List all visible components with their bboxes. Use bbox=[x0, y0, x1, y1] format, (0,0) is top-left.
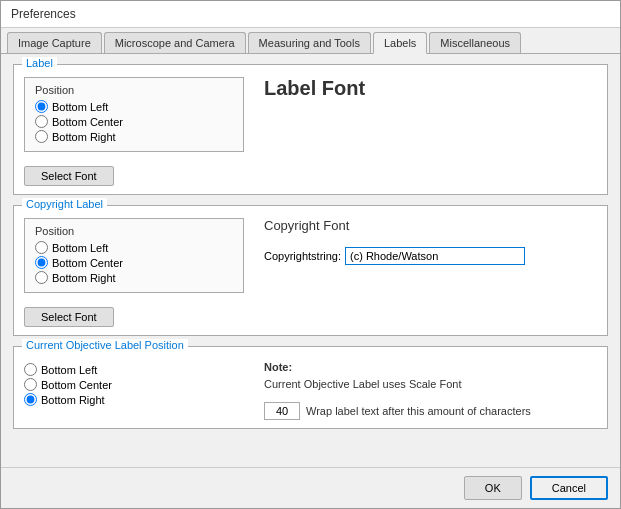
copyright-section: Copyright Label Position Bottom Left bbox=[13, 205, 608, 336]
objective-pos-bottom-center[interactable]: Bottom Center bbox=[24, 378, 244, 391]
tab-bar: Image Capture Microscope and Camera Meas… bbox=[1, 28, 620, 54]
title-bar: Preferences bbox=[1, 1, 620, 28]
objective-pos-bottom-left[interactable]: Bottom Left bbox=[24, 363, 244, 376]
copyright-string-input[interactable] bbox=[345, 247, 525, 265]
ok-button[interactable]: OK bbox=[464, 476, 522, 500]
copyright-string-label: Copyrightstring: bbox=[264, 250, 341, 262]
copyright-section-title: Copyright Label bbox=[22, 198, 107, 210]
window-title: Preferences bbox=[11, 7, 76, 21]
copyright-select-font-button[interactable]: Select Font bbox=[24, 307, 114, 327]
label-pos-bottom-right[interactable]: Bottom Right bbox=[35, 130, 233, 143]
tab-image-capture[interactable]: Image Capture bbox=[7, 32, 102, 53]
copyright-positions: Bottom Left Bottom Center Bottom Right bbox=[35, 241, 233, 284]
label-select-font-button[interactable]: Select Font bbox=[24, 166, 114, 186]
objective-section-title: Current Objective Label Position bbox=[22, 339, 188, 351]
footer: OK Cancel bbox=[1, 467, 620, 508]
tab-microscope[interactable]: Microscope and Camera bbox=[104, 32, 246, 53]
copyright-font-display: Copyright Font bbox=[264, 218, 349, 233]
copyright-pos-bottom-center[interactable]: Bottom Center bbox=[35, 256, 233, 269]
wrap-input[interactable] bbox=[264, 402, 300, 420]
copyright-right: Copyright Font Copyrightstring: bbox=[244, 218, 597, 265]
objective-positions: Bottom Left Bottom Center Bottom Right bbox=[24, 363, 244, 406]
label-positions: Bottom Left Bottom Center Bottom Right bbox=[35, 100, 233, 143]
copyright-left: Position Bottom Left Bottom Center bbox=[24, 218, 244, 327]
objective-left: Bottom Left Bottom Center Bottom Right bbox=[24, 359, 244, 420]
label-position-title: Position bbox=[35, 84, 233, 96]
label-pos-bottom-left[interactable]: Bottom Left bbox=[35, 100, 233, 113]
copyright-position-title: Position bbox=[35, 225, 233, 237]
label-section: Label Position Bottom Left Bottom Cen bbox=[13, 64, 608, 195]
label-right: Label Font bbox=[244, 77, 597, 108]
note-label: Note: bbox=[264, 361, 292, 373]
objective-section: Current Objective Label Position Bottom … bbox=[13, 346, 608, 429]
wrap-row: Wrap label text after this amount of cha… bbox=[264, 402, 597, 420]
cancel-button[interactable]: Cancel bbox=[530, 476, 608, 500]
objective-right: Note: Current Objective Label uses Scale… bbox=[244, 359, 597, 420]
label-position-group: Position Bottom Left Bottom Center bbox=[24, 77, 244, 152]
copyright-position-group: Position Bottom Left Bottom Center bbox=[24, 218, 244, 293]
tab-miscellaneous[interactable]: Miscellaneous bbox=[429, 32, 521, 53]
copyright-pos-bottom-right[interactable]: Bottom Right bbox=[35, 271, 233, 284]
preferences-window: Preferences Image Capture Microscope and… bbox=[0, 0, 621, 509]
wrap-label: Wrap label text after this amount of cha… bbox=[306, 405, 531, 417]
tab-labels[interactable]: Labels bbox=[373, 32, 427, 54]
tab-measuring[interactable]: Measuring and Tools bbox=[248, 32, 371, 53]
label-font-display: Label Font bbox=[264, 77, 365, 100]
copyright-string-row: Copyrightstring: bbox=[264, 247, 525, 265]
label-pos-bottom-center[interactable]: Bottom Center bbox=[35, 115, 233, 128]
objective-pos-bottom-right[interactable]: Bottom Right bbox=[24, 393, 244, 406]
copyright-pos-bottom-left[interactable]: Bottom Left bbox=[35, 241, 233, 254]
note-content: Current Objective Label uses Scale Font bbox=[264, 378, 462, 390]
label-section-title: Label bbox=[22, 57, 57, 69]
label-left: Position Bottom Left Bottom Center bbox=[24, 77, 244, 186]
tab-content: Label Position Bottom Left Bottom Cen bbox=[1, 54, 620, 467]
objective-inner: Bottom Left Bottom Center Bottom Right bbox=[24, 359, 597, 420]
note-text: Note: Current Objective Label uses Scale… bbox=[264, 359, 597, 392]
